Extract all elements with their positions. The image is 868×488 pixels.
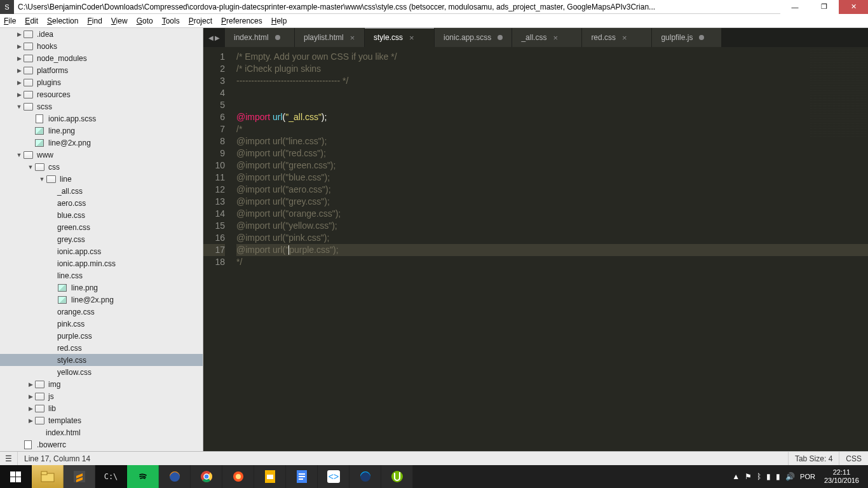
code-line[interactable]: /* iCheck plugin skins: [236, 63, 868, 75]
taskbar-chrome[interactable]: [191, 465, 222, 488]
line-number[interactable]: 9: [203, 147, 225, 159]
tree-item-js[interactable]: ▶js: [0, 390, 203, 402]
system-tray[interactable]: ▲ ⚑ ᛒ ▮ ▮ 🔊 POR 22:11 23/10/2016: [732, 468, 868, 485]
chevron-down-icon[interactable]: ▼: [15, 104, 23, 110]
tray-clock[interactable]: 22:11 23/10/2016: [820, 468, 863, 485]
tree-item-plugins[interactable]: ▶plugins: [0, 76, 203, 88]
tray-bluetooth-icon[interactable]: ᛒ: [757, 472, 761, 481]
code-line[interactable]: */: [236, 256, 868, 268]
taskbar-file-explorer[interactable]: [32, 465, 64, 488]
line-number[interactable]: 18: [203, 256, 225, 268]
line-number[interactable]: 14: [203, 208, 225, 220]
line-number-gutter[interactable]: 123456789101112131415161718: [203, 47, 231, 451]
code-line[interactable]: @import url("red.css");: [236, 147, 868, 159]
menu-project[interactable]: Project: [189, 17, 212, 25]
tree-item-index-html[interactable]: index.html: [0, 426, 203, 438]
line-number[interactable]: 17: [203, 244, 225, 256]
code-line[interactable]: /*: [236, 123, 868, 135]
tree-item-purple-css[interactable]: purple.css: [0, 330, 203, 342]
line-number[interactable]: 16: [203, 232, 225, 244]
tree-item-aero-css[interactable]: aero.css: [0, 197, 203, 209]
tray-language[interactable]: POR: [800, 473, 815, 480]
menu-goto[interactable]: Goto: [137, 17, 153, 25]
tree-item--bowerrc[interactable]: .bowerrc: [0, 438, 203, 451]
taskbar-sublime-text[interactable]: [64, 465, 95, 488]
code-line[interactable]: @import url("grey.css");: [236, 196, 868, 208]
tree-item-yellow-css[interactable]: yellow.css: [0, 366, 203, 378]
line-number[interactable]: 12: [203, 184, 225, 196]
chevron-down-icon[interactable]: ▼: [27, 164, 34, 170]
chevron-right-icon[interactable]: ▶: [15, 31, 23, 37]
line-number[interactable]: 7: [203, 123, 225, 135]
code-editor[interactable]: 123456789101112131415161718 /* Empty. Ad…: [203, 47, 868, 451]
chevron-down-icon[interactable]: ▼: [38, 176, 46, 182]
menu-edit[interactable]: Edit: [25, 17, 38, 25]
tray-show-hidden-icon[interactable]: ▲: [732, 472, 740, 481]
status-panel-toggle-icon[interactable]: ☰: [0, 452, 18, 465]
taskbar-app-1[interactable]: [222, 465, 254, 488]
chevron-right-icon[interactable]: ▶: [27, 381, 34, 388]
menu-file[interactable]: File: [4, 17, 16, 25]
line-number[interactable]: 10: [203, 159, 225, 172]
taskbar-command-prompt[interactable]: C:\: [95, 465, 127, 488]
code-content[interactable]: /* Empty. Add your own CSS if you like *…: [231, 47, 868, 451]
tree-item-ionic-app-scss[interactable]: ionic.app.scss: [0, 112, 203, 125]
code-line[interactable]: @import url("green.css");: [236, 159, 868, 172]
window-close-button[interactable]: ✕: [839, 0, 868, 14]
code-line[interactable]: @import url("purple.css");: [236, 244, 868, 256]
tab-style-css[interactable]: style.css×: [365, 28, 435, 47]
line-number[interactable]: 3: [203, 75, 225, 87]
chevron-down-icon[interactable]: ▼: [15, 152, 23, 158]
tab-close-icon[interactable]: ×: [553, 33, 558, 43]
chevron-right-icon[interactable]: ▶: [15, 67, 23, 74]
line-number[interactable]: 15: [203, 220, 225, 232]
status-syntax[interactable]: CSS: [839, 452, 868, 465]
code-line[interactable]: @import url("orange.css");: [236, 208, 868, 220]
tree-item-hooks[interactable]: ▶hooks: [0, 40, 203, 52]
chevron-right-icon[interactable]: ▶: [15, 55, 23, 62]
tab-close-icon[interactable]: ×: [350, 33, 355, 43]
start-button[interactable]: [0, 465, 32, 488]
tree-item-red-css[interactable]: red.css: [0, 342, 203, 354]
code-line[interactable]: @import url("aero.css");: [236, 184, 868, 196]
line-number[interactable]: 1: [203, 51, 225, 63]
tray-volume-icon[interactable]: 🔊: [785, 472, 795, 481]
menu-view[interactable]: View: [111, 17, 128, 25]
menu-tools[interactable]: Tools: [162, 17, 180, 25]
line-number[interactable]: 8: [203, 135, 225, 147]
chevron-right-icon[interactable]: ▶: [27, 405, 34, 412]
taskbar-firefox-dev[interactable]: [349, 465, 381, 488]
tree-item-line-png[interactable]: line.png: [0, 281, 203, 294]
chevron-right-icon[interactable]: ▶: [15, 43, 23, 50]
sidebar-file-tree[interactable]: ▶.idea▶hooks▶node_modules▶platforms▶plug…: [0, 28, 203, 451]
code-line[interactable]: @import url("pink.css");: [236, 232, 868, 244]
chevron-right-icon[interactable]: ▶: [27, 417, 34, 424]
code-line[interactable]: [236, 87, 868, 99]
code-line[interactable]: @import url("line.css");: [236, 135, 868, 147]
tree-item-scss[interactable]: ▼scss: [0, 100, 203, 112]
status-tab-size[interactable]: Tab Size: 4: [788, 452, 839, 465]
status-cursor-position[interactable]: Line 17, Column 14: [18, 452, 97, 465]
code-line[interactable]: ----------------------------------- */: [236, 75, 868, 87]
tree-item-ionic-app-css[interactable]: ionic.app.css: [0, 245, 203, 257]
line-number[interactable]: 5: [203, 99, 225, 111]
tab-ionic-app-scss[interactable]: ionic.app.scss: [435, 28, 512, 47]
tree-item-platforms[interactable]: ▶platforms: [0, 64, 203, 76]
tree-item-resources[interactable]: ▶resources: [0, 88, 203, 100]
tab--all-css[interactable]: _all.css×: [512, 28, 582, 47]
code-line[interactable]: @import url("yellow.css");: [236, 220, 868, 232]
line-number[interactable]: 4: [203, 87, 225, 99]
tree-item-line-2x-png[interactable]: line@2x.png: [0, 294, 203, 306]
code-line[interactable]: [236, 99, 868, 111]
taskbar-utorrent[interactable]: [381, 465, 413, 488]
menu-selection[interactable]: Selection: [47, 17, 78, 25]
taskbar-firefox[interactable]: [159, 465, 191, 488]
code-line[interactable]: @import url("_all.css");: [236, 111, 868, 123]
tree-item-green-css[interactable]: green.css: [0, 221, 203, 233]
tree-item-blue-css[interactable]: blue.css: [0, 209, 203, 221]
taskbar-brackets[interactable]: <>: [318, 465, 349, 488]
tree-item-css[interactable]: ▼css: [0, 161, 203, 173]
tree-item-line[interactable]: ▼line: [0, 173, 203, 185]
line-number[interactable]: 11: [203, 172, 225, 184]
tab-playlist-html[interactable]: playlist.html×: [295, 28, 365, 47]
